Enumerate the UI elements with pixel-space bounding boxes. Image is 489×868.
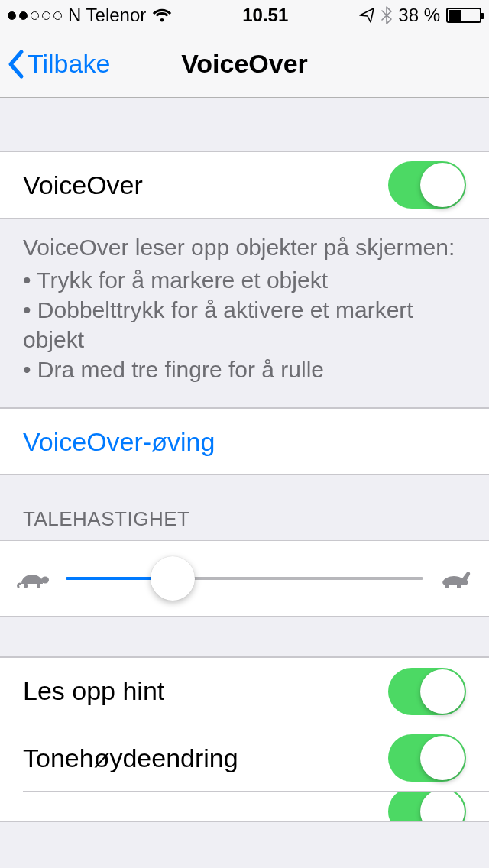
read-hints-row: Les opp hint: [0, 657, 489, 724]
voiceover-practice-link[interactable]: VoiceOver-øving: [0, 408, 489, 475]
description-bullet: Dra med tre fingre for å rulle: [23, 355, 466, 384]
read-hints-switch[interactable]: [388, 668, 466, 715]
wifi-icon: [152, 8, 172, 23]
signal-strength-icon: [8, 11, 62, 20]
pitch-change-row: Tonehøydeendring: [0, 724, 489, 792]
svg-rect-3: [445, 585, 449, 588]
description-bullet: Dobbelttrykk for å aktivere et markert o…: [23, 295, 466, 355]
status-right: 38 %: [358, 5, 481, 26]
voiceover-switch[interactable]: [388, 161, 466, 209]
hare-icon: [439, 567, 472, 590]
tortoise-icon: [17, 567, 50, 590]
svg-point-0: [41, 577, 49, 584]
description-bullet: Trykk for å markere et objekt: [23, 265, 466, 295]
status-left: N Telenor: [8, 5, 172, 26]
slider-thumb[interactable]: [151, 556, 195, 601]
battery-icon: [446, 8, 481, 23]
speed-slider[interactable]: [66, 577, 423, 580]
next-row-peek: [0, 792, 489, 822]
svg-rect-4: [457, 585, 461, 588]
svg-rect-1: [24, 584, 28, 588]
location-icon: [358, 7, 375, 24]
voiceover-toggle-row: VoiceOver: [0, 151, 489, 219]
voiceover-practice-label: VoiceOver-øving: [23, 427, 466, 457]
read-hints-label: Les opp hint: [23, 676, 388, 706]
pitch-change-label: Tonehøydeendring: [23, 743, 388, 773]
bluetooth-icon: [381, 6, 392, 24]
speed-section-header: TALEHASTIGHET: [0, 475, 489, 540]
pitch-change-switch[interactable]: [388, 734, 466, 782]
battery-percent: 38 %: [398, 5, 440, 26]
back-label: Tilbake: [28, 49, 110, 79]
description-intro: VoiceOver leser opp objekter på skjermen…: [23, 232, 466, 262]
back-button[interactable]: Tilbake: [0, 49, 110, 79]
svg-rect-2: [37, 584, 40, 588]
next-switch[interactable]: [388, 792, 466, 822]
carrier-label: N Telenor: [68, 5, 146, 26]
voiceover-description: VoiceOver leser opp objekter på skjermen…: [0, 219, 489, 408]
speed-slider-row: [0, 540, 489, 617]
chevron-left-icon: [6, 49, 24, 79]
status-time: 10.51: [242, 5, 288, 26]
voiceover-toggle-label: VoiceOver: [23, 170, 388, 200]
options-group: Les opp hint Tonehøydeendring: [0, 656, 489, 822]
status-bar: N Telenor 10.51 38 %: [0, 0, 489, 31]
nav-bar: Tilbake VoiceOver: [0, 31, 489, 98]
